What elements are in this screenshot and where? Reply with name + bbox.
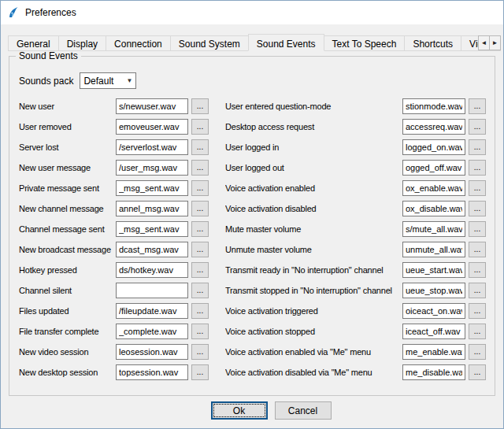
tab-text-to-speech[interactable]: Text To Speech (324, 35, 406, 51)
browse-button[interactable]: ... (191, 139, 209, 155)
sound-file-input[interactable] (116, 180, 188, 196)
sound-event-row: Voice activation triggered... (225, 301, 486, 321)
sound-event-label: File transfer complete (19, 327, 116, 336)
sound-file-input[interactable] (116, 160, 188, 176)
browse-button[interactable]: ... (191, 180, 209, 196)
tab-scroll-left-icon[interactable]: ◄ (478, 35, 490, 50)
browse-button[interactable]: ... (469, 139, 486, 155)
preferences-dialog: Preferences GeneralDisplayConnectionSoun… (0, 0, 504, 429)
sound-file-input[interactable] (116, 303, 188, 319)
sound-event-label: User removed (19, 122, 116, 131)
cancel-button[interactable]: Cancel (275, 401, 332, 420)
sounds-pack-value: Default (80, 76, 123, 87)
sound-file-input[interactable] (116, 139, 188, 155)
tab-scroll-right-icon[interactable]: ► (489, 35, 501, 50)
browse-button[interactable]: ... (469, 180, 486, 196)
sound-event-row: New desktop session... (19, 362, 209, 383)
browse-button[interactable]: ... (469, 303, 486, 319)
browse-button[interactable]: ... (469, 242, 486, 257)
browse-button[interactable]: ... (469, 324, 486, 339)
browse-button[interactable]: ... (469, 221, 486, 237)
browse-button[interactable]: ... (469, 119, 486, 135)
sound-file-input[interactable] (402, 201, 465, 216)
sound-event-columns: New user...User removed...Server lost...… (19, 96, 486, 383)
sound-file-input[interactable] (116, 364, 188, 380)
sound-file-input[interactable] (402, 98, 465, 114)
browse-button[interactable]: ... (469, 364, 486, 380)
sound-file-input[interactable] (402, 139, 465, 155)
sound-file-input[interactable] (402, 283, 465, 298)
tab-sound-events[interactable]: Sound Events (248, 34, 324, 51)
sound-file-input[interactable] (116, 262, 188, 278)
sound-file-input[interactable] (116, 283, 188, 298)
sound-file-input[interactable] (402, 119, 465, 135)
browse-button[interactable]: ... (191, 242, 209, 257)
sound-event-row: New video session... (19, 342, 209, 362)
sound-event-label: Voice activation triggered (225, 306, 402, 316)
sound-file-input[interactable] (402, 242, 465, 257)
browse-button[interactable]: ... (469, 160, 486, 176)
sound-event-row: Transmit ready in "No interruption" chan… (225, 260, 486, 280)
sound-event-row: Transmit stopped in "No interruption" ch… (225, 280, 486, 301)
sound-file-input[interactable] (402, 221, 465, 237)
sound-event-label: Server lost (19, 142, 116, 152)
browse-button[interactable]: ... (191, 262, 209, 278)
sound-file-input[interactable] (116, 324, 188, 339)
sound-file-input[interactable] (116, 221, 188, 237)
browse-button[interactable]: ... (191, 364, 209, 380)
browse-button[interactable]: ... (191, 344, 209, 360)
tab-general[interactable]: General (8, 35, 59, 51)
sound-file-input[interactable] (116, 119, 188, 135)
browse-button[interactable]: ... (469, 344, 486, 360)
chevron-down-icon: ▼ (123, 77, 135, 84)
title-bar[interactable]: Preferences (1, 1, 503, 24)
tab-sound-system[interactable]: Sound System (170, 35, 249, 51)
sound-event-label: Channel message sent (19, 224, 116, 234)
sound-event-label: Voice activation disabled (225, 204, 402, 213)
browse-button[interactable]: ... (191, 201, 209, 216)
sound-event-row: New user message... (19, 157, 209, 178)
browse-button[interactable]: ... (191, 283, 209, 298)
sound-event-label: New channel message (19, 204, 116, 213)
sound-file-input[interactable] (116, 344, 188, 360)
tab-connection[interactable]: Connection (106, 35, 171, 51)
sound-file-input[interactable] (116, 242, 188, 257)
tab-display[interactable]: Display (58, 35, 106, 51)
sound-event-label: New user message (19, 163, 116, 172)
sound-file-input[interactable] (402, 324, 465, 339)
sound-event-label: Unmute master volume (225, 245, 402, 254)
sound-event-row: User entered question-mode... (225, 96, 486, 116)
sound-event-label: Private message sent (19, 183, 116, 193)
sound-file-input[interactable] (116, 201, 188, 216)
browse-button[interactable]: ... (469, 98, 486, 114)
sound-file-input[interactable] (402, 262, 465, 278)
browse-button[interactable]: ... (191, 98, 209, 114)
browse-button[interactable]: ... (191, 324, 209, 339)
sound-event-label: New user (19, 102, 116, 111)
sound-file-input[interactable] (402, 160, 465, 176)
sound-event-label: Mute master volume (225, 224, 402, 234)
sound-file-input[interactable] (116, 98, 188, 114)
sound-event-row: Hotkey pressed... (19, 260, 209, 280)
sound-event-label: New video session (19, 347, 116, 357)
sound-file-input[interactable] (402, 303, 465, 319)
browse-button[interactable]: ... (191, 160, 209, 176)
browse-button[interactable]: ... (191, 303, 209, 319)
sound-file-input[interactable] (402, 344, 465, 360)
sounds-pack-select[interactable]: Default ▼ (80, 72, 136, 89)
sound-event-row: Channel silent... (19, 280, 209, 301)
window-title: Preferences (25, 7, 76, 18)
ok-button[interactable]: Ok (211, 401, 268, 420)
sound-event-row: New channel message... (19, 198, 209, 219)
browse-button[interactable]: ... (191, 221, 209, 237)
sound-file-input[interactable] (402, 364, 465, 380)
browse-button[interactable]: ... (469, 262, 486, 278)
browse-button[interactable]: ... (191, 119, 209, 135)
sound-event-label: Voice activation disabled via "Me" menu (225, 368, 402, 377)
tab-shortcuts[interactable]: Shortcuts (404, 35, 461, 51)
sound-event-row: Channel message sent... (19, 219, 209, 239)
browse-button[interactable]: ... (469, 201, 486, 216)
sound-file-input[interactable] (402, 180, 465, 196)
sound-event-row: Voice activation disabled via "Me" menu.… (225, 362, 486, 383)
browse-button[interactable]: ... (469, 283, 486, 298)
